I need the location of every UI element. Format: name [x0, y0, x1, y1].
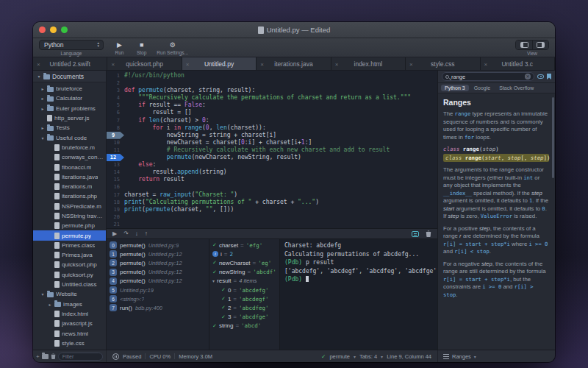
variable-row[interactable]: ✓0='abcdefg'	[209, 286, 279, 294]
tree-item-euler-problems[interactable]: Euler problems	[33, 104, 106, 113]
current-line-marker[interactable]: 9	[107, 132, 124, 139]
close-window-button[interactable]	[39, 26, 46, 33]
tree-item-index-html[interactable]: index.html	[33, 309, 106, 319]
disclosure-icon[interactable]	[40, 86, 45, 91]
disclosure-icon[interactable]	[40, 106, 45, 111]
variable-row[interactable]: ✓newString='abcdf'	[209, 268, 279, 277]
language-select[interactable]: Python ▲▼	[39, 40, 104, 50]
doc-section-popup[interactable]: Ranges	[452, 353, 471, 360]
add-file-icon[interactable]: +	[36, 353, 40, 360]
doc-content[interactable]: Ranges The range type represents an immu…	[438, 93, 555, 350]
stack-frame[interactable]: 1permute()Untitled.py:12	[107, 250, 209, 258]
tree-item-javascript-js[interactable]: javascript.js	[33, 319, 106, 328]
documents-header[interactable]: Documents	[33, 71, 106, 82]
tab-close-icon[interactable]: ×	[37, 60, 40, 67]
run-button[interactable]: ▶	[112, 40, 126, 49]
tree-item-images[interactable]: images	[33, 300, 106, 309]
variable-row[interactable]: ✓3='abcdfge'	[209, 313, 279, 322]
variable-row[interactable]: ii=2	[209, 250, 279, 258]
list-disclosure-icon[interactable]: ▾	[212, 278, 215, 283]
doc-scrollbar[interactable]	[552, 97, 554, 178]
tree-item-primes-java[interactable]: Primes.java	[33, 250, 106, 260]
tree-item-bruteforce[interactable]: bruteforce	[33, 84, 106, 93]
stack-frame[interactable]: 6<string>:?	[107, 294, 209, 303]
titlebar[interactable]: Untitled.py — Edited	[33, 22, 555, 38]
tab-close-icon[interactable]: ×	[484, 60, 488, 67]
tab-close-icon[interactable]: ×	[111, 60, 115, 67]
step-into-button[interactable]: ↓	[135, 231, 138, 237]
continue-button[interactable]: ▶	[112, 231, 117, 237]
tree-item-iterations-m[interactable]: iterations.m	[33, 182, 106, 191]
doc-search-input[interactable]: range ✕	[442, 72, 534, 81]
tree-item-untitled-class[interactable]: Untitled.class	[33, 280, 106, 289]
tab-close-icon[interactable]: ×	[260, 60, 264, 67]
tab-close-icon[interactable]: ×	[335, 60, 339, 67]
function-popup[interactable]: permute	[329, 353, 350, 360]
tree-item-quicksort-php[interactable]: quicksort.php	[33, 260, 106, 269]
breakpoint-line-marker[interactable]: 12	[107, 154, 124, 161]
run-settings-button[interactable]: ⚙	[165, 40, 180, 49]
code-editor[interactable]: 1#!/usr/bin/python23def permute(charset,…	[107, 71, 437, 228]
tab-untitled-2-swift[interactable]: ×Untitled 2.swift	[33, 57, 107, 70]
doc-tab-stack-overflow[interactable]: Stack Overflow	[495, 85, 537, 91]
tab-close-icon[interactable]: ×	[409, 60, 413, 67]
disclosure-icon[interactable]	[40, 291, 45, 297]
tree-item-website[interactable]: Website	[33, 289, 106, 299]
tab-quicksort-php[interactable]: ×quicksort.php	[107, 57, 182, 70]
step-out-button[interactable]: ↑	[145, 231, 148, 237]
stack-frame[interactable]: 7run()bdb.py:400	[107, 303, 209, 312]
minimize-window-button[interactable]	[50, 26, 57, 33]
cpu-label[interactable]: CPU 0%	[149, 353, 171, 360]
tree-item-http-server-js[interactable]: http_server.js	[33, 113, 106, 123]
disclosure-icon[interactable]	[48, 302, 52, 307]
stack-frame[interactable]: 5Untitled.py:19	[107, 286, 209, 294]
tab-close-icon[interactable]: ×	[186, 60, 190, 67]
tree-item-iterations-php[interactable]: iterations.php	[33, 191, 106, 201]
stack-frame[interactable]: 4permute()Untitled.py:12	[107, 277, 209, 286]
tree-item-permute-py[interactable]: permute.py	[33, 230, 106, 240]
toggle-right-panel-button[interactable]	[532, 40, 548, 49]
disclosure-icon[interactable]	[40, 135, 45, 141]
toggle-left-panel-button[interactable]	[516, 40, 532, 49]
doc-tab-python-3[interactable]: Python 3	[441, 85, 469, 91]
tab-style-css[interactable]: ×style.css	[406, 57, 480, 70]
tree-item-calculator[interactable]: Calculator	[33, 93, 106, 103]
trash-icon[interactable]	[426, 230, 431, 237]
tree-item-nspredicate-m[interactable]: NSPredicate.m	[33, 202, 106, 211]
stack-frame[interactable]: 3permute()Untitled.py:12	[107, 268, 209, 277]
variable-row[interactable]: ✓1='abcdegf'	[209, 294, 279, 303]
tree-item-bruteforce-m[interactable]: bruteforce.m	[33, 143, 106, 152]
variable-row[interactable]: ▾result=4 items	[209, 277, 279, 286]
tabs-popup[interactable]: Tabs: 4	[359, 353, 377, 360]
trash-icon[interactable]	[51, 353, 56, 359]
tree-item-nsstring-traverse-m[interactable]: NSString traverse.m	[33, 211, 106, 221]
doc-tab-google[interactable]: Google	[470, 85, 495, 91]
variable-row[interactable]: ✓charset='efg'	[209, 241, 279, 250]
stack-frame[interactable]: 0permute()Untitled.py:9	[107, 241, 209, 250]
tab-iterations-java[interactable]: ×iterations.java	[257, 57, 331, 70]
new-folder-icon[interactable]	[42, 354, 49, 359]
variable-row[interactable]: ✓newCharset='eg'	[209, 258, 279, 267]
disclosure-icon[interactable]	[40, 125, 45, 130]
console-toggle-icon[interactable]	[412, 231, 419, 237]
clear-search-icon[interactable]: ✕	[525, 74, 531, 79]
step-over-button[interactable]: ↷	[123, 231, 129, 237]
stack-frame[interactable]: 2permute()Untitled.py:12	[107, 258, 209, 267]
tree-item-quicksort-py[interactable]: quicksort.py	[33, 270, 106, 280]
tree-item-iterations-java[interactable]: iterations.java	[33, 172, 106, 182]
variable-row[interactable]: ✓2='abcdfeg'	[209, 303, 279, 312]
tree-item-fibonacci-m[interactable]: fibonacci.m	[33, 162, 106, 171]
tree-item-primes-class[interactable]: Primes.class	[33, 241, 106, 250]
bookmark-icon[interactable]	[547, 74, 551, 79]
tab-untitled-3-c[interactable]: ×Untitled 3.c	[481, 57, 555, 70]
filter-input[interactable]	[58, 353, 103, 361]
tree-item-tests[interactable]: Tests	[33, 123, 106, 132]
memory-label[interactable]: Memory 3.0M	[179, 353, 212, 360]
tree-item-useful-code[interactable]: Useful code	[33, 132, 106, 142]
console-panel[interactable]: Charset: abcdefgCalculating permutations…	[280, 239, 437, 350]
stop-button[interactable]: ■	[135, 40, 148, 49]
eye-icon[interactable]	[537, 74, 544, 79]
tab-untitled-py[interactable]: ×Untitled.py	[182, 57, 257, 70]
variable-row[interactable]: ✓string='abcd'	[209, 322, 279, 330]
tree-item-news-html[interactable]: news.html	[33, 328, 106, 338]
